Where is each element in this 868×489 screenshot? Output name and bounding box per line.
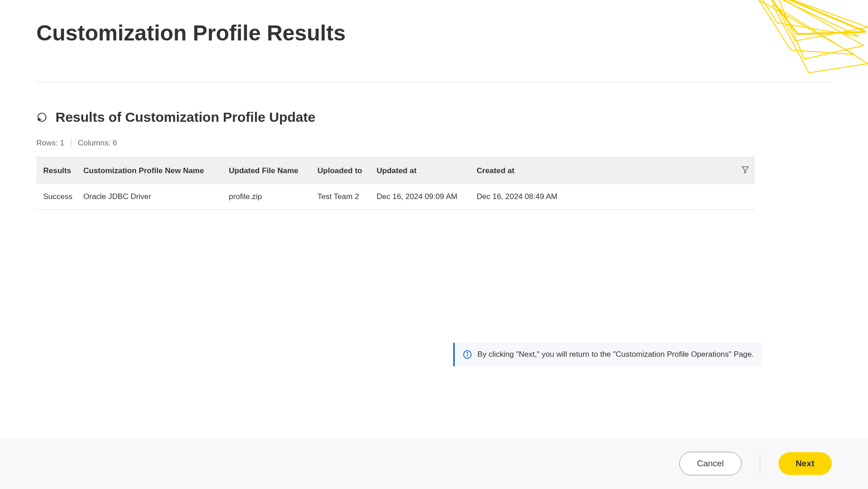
columns-label: Columns: [78,139,110,147]
svg-point-3 [467,352,468,353]
cell-updated-at: Dec 16, 2024 09:09 AM [371,184,471,210]
header-uploaded-to: Uploaded to [312,157,371,185]
info-icon [463,350,472,359]
divider [36,82,832,82]
cell-profile-name: Oracle JDBC Driver [78,184,223,210]
info-message: By clicking "Next," you will return to t… [477,350,754,359]
footer-divider [760,452,760,475]
header-created-at: Created at [471,157,736,185]
results-table: Results Customization Profile New Name U… [36,157,755,210]
table-row: Success Oracle JDBC Driver profile.zip T… [36,184,755,210]
next-button[interactable]: Next [778,452,832,475]
header-filter [736,157,755,185]
header-results: Results [36,157,78,185]
svg-marker-0 [742,167,748,173]
rows-count: 1 [60,139,64,147]
cancel-button[interactable]: Cancel [679,452,742,475]
header-profile-name: Customization Profile New Name [78,157,223,185]
cell-file-name: profile.zip [223,184,312,210]
table-info-separator: | [70,139,74,147]
info-banner: By clicking "Next," you will return to t… [453,343,762,366]
header-file-name: Updated File Name [223,157,312,185]
columns-count: 6 [113,139,117,147]
page-title: Customization Profile Results [36,20,832,45]
table-info: Rows: 1 | Columns: 6 [36,139,832,148]
section-title: Results of Customization Profile Update [55,110,316,125]
cell-results: Success [36,184,78,210]
cell-created-at: Dec 16, 2024 08:49 AM [471,184,736,210]
footer-bar: Cancel Next [0,438,868,489]
cell-uploaded-to: Test Team 2 [312,184,371,210]
section-header: Results of Customization Profile Update [36,110,832,125]
cell-filter-empty [736,184,755,210]
header-updated-at: Updated at [371,157,471,185]
table-header-row: Results Customization Profile New Name U… [36,157,755,185]
filter-icon[interactable] [741,165,749,174]
rows-label: Rows: [36,139,58,147]
refresh-icon[interactable] [36,112,47,123]
